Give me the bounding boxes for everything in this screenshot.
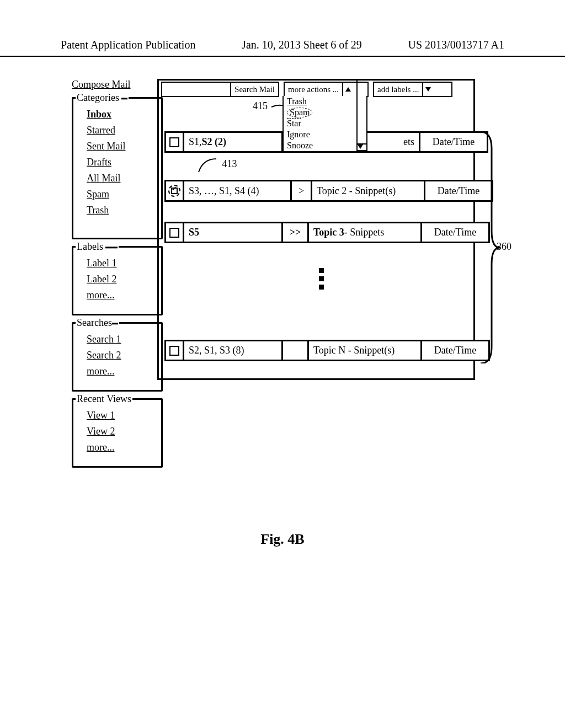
row2-chevron[interactable]: > bbox=[290, 180, 312, 202]
rowN-checkbox[interactable] bbox=[164, 340, 184, 361]
more-actions-dropdown[interactable]: more actions ... bbox=[284, 82, 369, 97]
more-actions-label: more actions ... bbox=[285, 83, 342, 96]
header-left: Patent Application Publication bbox=[61, 39, 195, 51]
callout-360: 360 bbox=[497, 241, 511, 253]
sidebar-item-spam[interactable]: Spam bbox=[87, 189, 157, 200]
row2-topic: Topic 2 - Snippet(s) bbox=[311, 180, 425, 202]
row3-checkbox[interactable] bbox=[164, 222, 184, 243]
search-input[interactable] bbox=[162, 83, 230, 96]
page-header: Patent Application Publication Jan. 10, … bbox=[0, 0, 565, 57]
search-mail-button[interactable]: Search Mail bbox=[230, 83, 278, 96]
menu-item-trash[interactable]: Trash bbox=[284, 96, 366, 107]
sidebar-item-starred[interactable]: Starred bbox=[87, 125, 157, 136]
triangle-up-icon bbox=[342, 83, 353, 96]
row2-checkbox-dashed[interactable] bbox=[164, 180, 184, 202]
sidebar-item-label2[interactable]: Label 2 bbox=[87, 274, 157, 285]
sidebar-item-search1[interactable]: Search 1 bbox=[87, 334, 157, 345]
recent-legend: Recent Views bbox=[76, 393, 132, 405]
add-labels-dropdown[interactable]: add labels ... bbox=[373, 82, 452, 97]
more-actions-menu[interactable]: Trash Spam Star Ignore Snooze bbox=[282, 96, 367, 152]
message-row-3[interactable]: S5 >> Topic 3 - Snippets Date/Time bbox=[164, 222, 490, 243]
sidebar-item-view1[interactable]: View 1 bbox=[87, 410, 157, 421]
categories-group: Categories ━ Inbox Starred Sent Mail Dra… bbox=[72, 97, 163, 239]
menu-item-spam[interactable]: Spam bbox=[284, 107, 366, 118]
sidebar-item-view2[interactable]: View 2 bbox=[87, 426, 157, 437]
compose-mail-link[interactable]: Compose Mail bbox=[72, 79, 163, 90]
sidebar-item-drafts[interactable]: Drafts bbox=[87, 157, 157, 168]
rowN-chevron[interactable] bbox=[281, 340, 309, 361]
vertical-ellipsis-icon bbox=[319, 268, 324, 290]
sidebar-item-labels-more[interactable]: more... bbox=[87, 290, 157, 301]
message-row-2[interactable]: S3, …, S1, S4 (4) > Topic 2 - Snippet(s)… bbox=[164, 180, 493, 202]
categories-legend: Categories ━ bbox=[76, 92, 129, 105]
row2-senders: S3, …, S1, S4 (4) bbox=[183, 180, 292, 202]
figure-caption: Fig. 4B bbox=[0, 531, 565, 548]
menu-item-ignore[interactable]: Ignore bbox=[284, 129, 366, 140]
menu-item-star[interactable]: Star bbox=[284, 118, 366, 129]
sidebar-item-searches-more[interactable]: more... bbox=[87, 366, 157, 377]
sidebar-item-sentmail[interactable]: Sent Mail bbox=[87, 141, 157, 152]
row3-topic: Topic 3 - Snippets bbox=[307, 222, 422, 243]
add-labels-label: add labels ... bbox=[374, 83, 422, 96]
sidebar-item-inbox[interactable]: Inbox bbox=[87, 109, 157, 120]
sidebar-item-allmail[interactable]: All Mail bbox=[87, 173, 157, 184]
labels-group: Labels ━━ Label 1 Label 2 more... bbox=[72, 246, 163, 315]
row3-chevron[interactable]: >> bbox=[281, 222, 309, 243]
rowN-topic: Topic N - Snippet(s) bbox=[307, 340, 422, 361]
message-row-n[interactable]: S2, S1, S3 (8) Topic N - Snippet(s) Date… bbox=[164, 340, 490, 361]
search-box[interactable]: Search Mail bbox=[161, 82, 279, 97]
menu-scrollbar[interactable] bbox=[356, 81, 367, 151]
row1-checkbox[interactable] bbox=[164, 131, 184, 153]
rowN-senders: S2, S1, S3 (8) bbox=[183, 340, 283, 361]
callout-413: 413 bbox=[198, 157, 237, 173]
header-right: US 2013/0013717 A1 bbox=[408, 39, 504, 51]
searches-group: Searches━ Search 1 Search 2 more... bbox=[72, 322, 163, 392]
header-mid: Jan. 10, 2013 Sheet 6 of 29 bbox=[242, 39, 362, 51]
main-panel: Search Mail more actions ... add labels … bbox=[157, 79, 475, 380]
sidebar-item-search2[interactable]: Search 2 bbox=[87, 350, 157, 361]
row3-senders: S5 bbox=[183, 222, 283, 243]
labels-legend: Labels ━━ bbox=[76, 241, 119, 254]
row1-senders: S1, S2 (2) bbox=[183, 131, 283, 153]
searches-legend: Searches━ bbox=[76, 317, 119, 330]
menu-item-snooze[interactable]: Snooze bbox=[284, 140, 366, 151]
figure-4b: Compose Mail Categories ━ Inbox Starred … bbox=[72, 79, 469, 509]
triangle-down-icon bbox=[422, 83, 433, 96]
sidebar: Compose Mail Categories ━ Inbox Starred … bbox=[72, 79, 163, 474]
sidebar-item-trash[interactable]: Trash bbox=[87, 205, 157, 216]
sidebar-item-label1[interactable]: Label 1 bbox=[87, 258, 157, 269]
recent-views-group: Recent Views View 1 View 2 more... bbox=[72, 398, 163, 468]
sidebar-item-recent-more[interactable]: more... bbox=[87, 442, 157, 453]
scroll-down-icon[interactable] bbox=[358, 143, 367, 151]
